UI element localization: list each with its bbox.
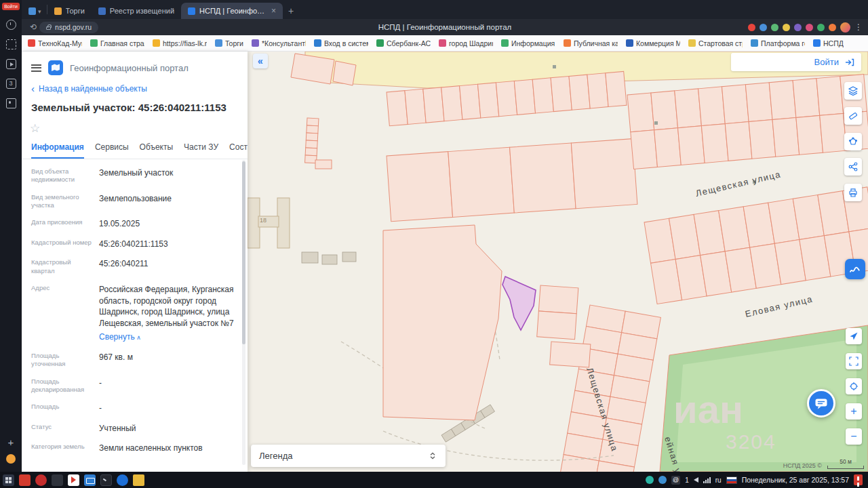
bookmark-item[interactable]: Главная страниц... (87, 38, 148, 49)
crosshair-tool-button[interactable] (846, 378, 862, 394)
polygon-select-tool-button[interactable] (844, 133, 862, 150)
extension-icon[interactable] (829, 24, 836, 31)
bookmark-item[interactable]: *КонсультантПлю... (248, 38, 309, 49)
bookmark-item[interactable]: ТехноКад-Муниц... (24, 38, 85, 49)
layers-tool-button[interactable] (844, 82, 862, 100)
extension-icon[interactable] (771, 24, 778, 31)
bookmark-item[interactable]: Сбербанк-АСТ -... (373, 38, 434, 49)
panel-tab[interactable]: Сервисы (95, 142, 129, 159)
field-value-block: 45:26:040211:1153 (99, 239, 248, 250)
login-button[interactable]: Войти (731, 53, 861, 71)
sidebar-login-badge[interactable]: Войти (2, 3, 20, 10)
field-row: Вид объекта недвижимости Земельный участ… (31, 167, 248, 184)
alert-badge[interactable] (854, 474, 863, 485)
tab-nspd-active[interactable]: НСПД | Геоинформац... × (181, 3, 283, 19)
mail-icon[interactable] (84, 474, 96, 486)
extension-icon[interactable] (794, 24, 802, 31)
panel-tab[interactable]: Части ЗУ (184, 142, 218, 159)
images-icon[interactable] (6, 98, 16, 108)
edge-icon[interactable] (117, 474, 128, 486)
chevron-down-icon: ▾ (38, 8, 41, 15)
extension-icon[interactable] (748, 24, 755, 31)
pinned-tab[interactable]: ▾ (24, 7, 47, 19)
new-tab-button[interactable]: + (283, 5, 299, 19)
bookmark-item[interactable]: город Шадринск... (435, 38, 496, 49)
tab-torgi[interactable]: Торги (47, 3, 92, 19)
bookmark-item[interactable]: Коммерция МО.Х... (623, 38, 684, 49)
bookmark-item[interactable]: НСПД (810, 38, 847, 49)
bookmark-item[interactable]: Платформа госуд... (747, 38, 808, 49)
field-label: Площадь (31, 403, 99, 414)
start-button[interactable] (3, 474, 14, 486)
tray-app-icon[interactable] (658, 476, 667, 484)
profile-avatar[interactable] (840, 22, 850, 33)
field-row: Площадь - (31, 403, 248, 414)
bookmark-item[interactable]: Торги (212, 38, 247, 49)
chat-button[interactable] (807, 389, 835, 418)
menu-icon[interactable] (31, 64, 41, 72)
close-tab-icon[interactable]: × (271, 6, 276, 16)
bookmark-favicon (215, 39, 222, 47)
screenshot-icon[interactable] (6, 39, 16, 49)
legend-bar[interactable]: Легенда (251, 445, 446, 467)
collapse-panel-button[interactable]: « (253, 54, 268, 68)
browser-logo-icon[interactable] (6, 454, 16, 464)
favorite-star-icon[interactable]: ☆ (22, 117, 248, 137)
bookmark-item[interactable]: Стартовая стран... (685, 38, 746, 49)
collapse-address-link[interactable]: Свернуть (99, 331, 141, 343)
refresh-icon[interactable]: ⟲ (30, 22, 37, 32)
cadastral-map[interactable]: 18 Лещевская улица Еловая улица Лещевска… (248, 52, 868, 472)
zoom-in-button[interactable]: + (846, 403, 862, 420)
locate-tool-button[interactable] (846, 328, 862, 344)
bookmark-item[interactable]: Вход в систему С... (311, 38, 372, 49)
opera-icon[interactable] (35, 474, 47, 486)
field-value: Земли населенных пунктов (99, 443, 237, 454)
video-icon[interactable] (6, 59, 16, 69)
scrollbar-thumb[interactable] (242, 161, 245, 344)
extension-icon[interactable] (783, 24, 790, 31)
history-icon[interactable] (6, 20, 16, 30)
tray-app-icon[interactable] (646, 476, 654, 484)
tab-reestr[interactable]: Реестр извещений (92, 3, 181, 19)
language-indicator[interactable]: ru (715, 476, 722, 484)
panel-tab[interactable]: Соста (229, 142, 248, 159)
object-fields: Вид объекта недвижимости Земельный участ… (22, 159, 248, 455)
volume-icon[interactable] (694, 477, 698, 483)
panel-scrollbar[interactable] (242, 160, 245, 465)
back-link[interactable]: ‹ Назад в найденные объекты (22, 81, 248, 100)
sidebar-bottom: + (6, 437, 16, 472)
network-icon[interactable] (703, 477, 711, 483)
fullscreen-tool-button[interactable] (846, 353, 862, 369)
zoom-out-button[interactable]: − (846, 428, 862, 445)
field-row: Кадастровый номер 45:26:040211:1153 (31, 239, 248, 250)
extension-icon[interactable] (760, 24, 767, 31)
screen: Войти 3 + ▾ Торги Реестр извещений (0, 0, 868, 488)
field-value-block: Землепользование (99, 193, 248, 210)
app-icon[interactable] (19, 474, 31, 486)
bookmark-favicon (501, 39, 509, 47)
draw-tool-button[interactable] (845, 259, 865, 279)
url-field[interactable]: nspd.gov.ru (39, 22, 98, 33)
extension-icon[interactable] (817, 24, 825, 31)
print-tool-button[interactable] (844, 184, 862, 201)
share-tool-button[interactable] (844, 158, 862, 176)
mail-agent-icon[interactable]: @ (671, 476, 680, 485)
file-explorer-icon[interactable] (133, 474, 144, 486)
bookmark-item[interactable]: Публичная кадас... (560, 38, 621, 49)
panel-tab[interactable]: Информация (31, 142, 84, 159)
extension-icon[interactable] (806, 24, 813, 31)
clock-datetime[interactable]: Понедельник, 25 авг 2025, 13:57 (742, 476, 849, 484)
browser-menu-icon[interactable]: ⋮ (854, 22, 863, 32)
panel-tabs: Информация Сервисы Объекты Части ЗУ Сост… (22, 137, 248, 159)
bookmark-item[interactable]: Информация о р... (498, 38, 559, 49)
yandex-browser-icon[interactable] (68, 474, 79, 486)
measure-tool-button[interactable] (844, 107, 862, 125)
notifications-count-badge[interactable]: 3 (6, 79, 16, 89)
bookmark-item[interactable]: https://fias-lk.nal... (149, 38, 210, 49)
terminal-icon[interactable] (100, 474, 112, 486)
add-panel-icon[interactable]: + (8, 437, 14, 447)
field-value-block: Учтенный (99, 423, 248, 434)
panel-tab[interactable]: Объекты (140, 142, 174, 159)
field-row: Адрес Российская Федерация, Курганская о… (31, 284, 248, 343)
app-icon[interactable] (52, 474, 63, 486)
